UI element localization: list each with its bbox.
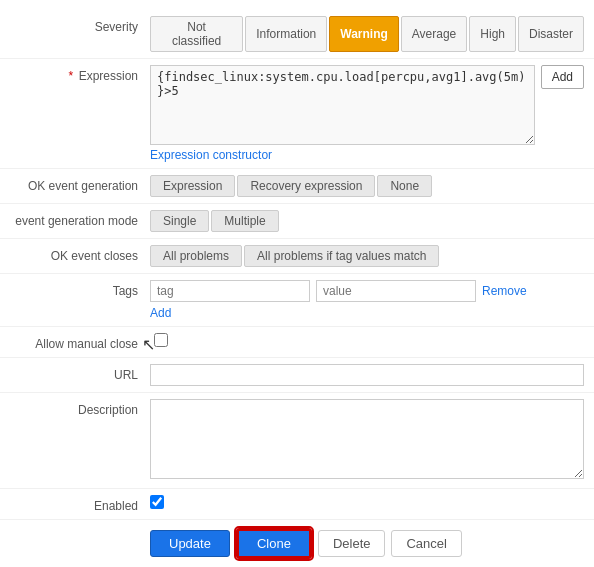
allow-manual-close-content: ↖ [150,333,584,347]
ok-event-generation-row: OK event generation Expression Recovery … [0,169,594,204]
update-button[interactable]: Update [150,530,230,557]
enabled-content [150,495,584,509]
url-input[interactable] [150,364,584,386]
ok-event-none-button[interactable]: None [377,175,432,197]
severity-tabs: Not classified Information Warning Avera… [150,16,584,52]
expression-textarea[interactable]: {findsec_linux:system.cpu.load[percpu,av… [150,65,535,145]
ok-event-generation-buttons: Expression Recovery expression None [150,175,584,197]
severity-tab-disaster[interactable]: Disaster [518,16,584,52]
url-content [150,364,584,386]
severity-row: Severity Not classified Information Warn… [0,10,594,59]
severity-tab-warning[interactable]: Warning [329,16,399,52]
remove-tag-link[interactable]: Remove [482,284,527,298]
enabled-label: Enabled [10,495,150,513]
severity-label: Severity [10,16,150,34]
form-container: Severity Not classified Information Warn… [0,0,594,567]
expression-add-button[interactable]: Add [541,65,584,89]
tag-input[interactable] [150,280,310,302]
expression-label: * Expression [10,65,150,83]
ok-event-all-problems-button[interactable]: All problems [150,245,242,267]
event-generation-mode-label: event generation mode [10,210,150,228]
url-row: URL [0,358,594,393]
expression-row: * Expression {findsec_linux:system.cpu.l… [0,59,594,169]
event-generation-mode-row: event generation mode Single Multiple [0,204,594,239]
ok-event-closes-label: OK event closes [10,245,150,263]
event-mode-single-button[interactable]: Single [150,210,209,232]
event-generation-mode-buttons: Single Multiple [150,210,584,232]
allow-manual-close-label: Allow manual close [10,333,150,351]
url-label: URL [10,364,150,382]
ok-event-closes-content: All problems All problems if tag values … [150,245,584,267]
ok-event-closes-row: OK event closes All problems All problem… [0,239,594,274]
enabled-row: Enabled [0,489,594,520]
cancel-button[interactable]: Cancel [391,530,461,557]
enabled-checkbox[interactable] [150,495,164,509]
clone-button[interactable]: Clone [236,528,312,559]
delete-button[interactable]: Delete [318,530,386,557]
description-label: Description [10,399,150,417]
tags-label: Tags [10,280,150,298]
severity-tab-high[interactable]: High [469,16,516,52]
event-generation-mode-content: Single Multiple [150,210,584,232]
required-star: * [69,69,74,83]
description-textarea[interactable] [150,399,584,479]
allow-manual-close-checkbox[interactable] [154,333,168,347]
severity-tab-average[interactable]: Average [401,16,467,52]
expression-wrap: {findsec_linux:system.cpu.load[percpu,av… [150,65,584,145]
ok-event-closes-buttons: All problems All problems if tag values … [150,245,584,267]
expression-content: {findsec_linux:system.cpu.load[percpu,av… [150,65,584,162]
event-mode-multiple-button[interactable]: Multiple [211,210,278,232]
severity-tab-not-classified[interactable]: Not classified [150,16,243,52]
description-row: Description [0,393,594,489]
description-content [150,399,584,482]
allow-manual-close-row: Allow manual close ↖ [0,327,594,358]
value-input[interactable] [316,280,476,302]
ok-event-expression-button[interactable]: Expression [150,175,235,197]
action-row: Update Clone Delete Cancel [0,520,594,567]
add-tag-link[interactable]: Add [150,306,171,320]
severity-tab-information[interactable]: Information [245,16,327,52]
tags-row: Tags Remove Add [0,274,594,327]
expression-constructor-link[interactable]: Expression constructor [150,148,272,162]
tags-input-row: Remove [150,280,584,302]
allow-manual-close-checkbox-row [154,333,584,347]
ok-event-generation-content: Expression Recovery expression None [150,175,584,197]
tags-content: Remove Add [150,280,584,320]
ok-event-generation-label: OK event generation [10,175,150,193]
ok-event-recovery-button[interactable]: Recovery expression [237,175,375,197]
ok-event-tag-values-button[interactable]: All problems if tag values match [244,245,439,267]
